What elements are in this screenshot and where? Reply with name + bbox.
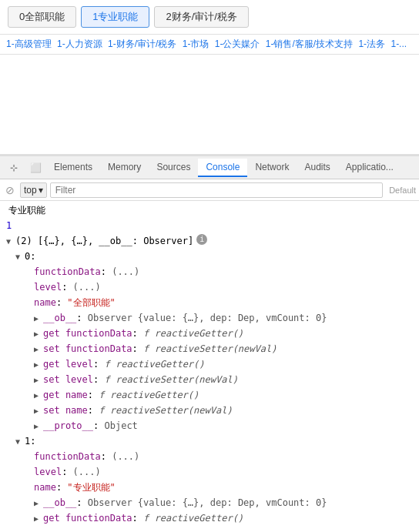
- val-ob-1: Observer {value: {…}, dep: Dep, vmCount:…: [88, 496, 327, 510]
- val-level-0: (...): [73, 280, 101, 294]
- console-line-19[interactable]: __ob__: Observer {value: {…}, dep: Dep, …: [0, 495, 419, 510]
- console-line-20[interactable]: get functionData: f reactiveGetter(): [0, 510, 419, 524]
- arrow-get-fd-0[interactable]: [34, 326, 43, 340]
- arrow-set-name-0[interactable]: [34, 403, 43, 417]
- key-functiondata-0: functionData: [34, 265, 101, 279]
- colon-9: :: [132, 342, 143, 356]
- colon-16: :: [101, 450, 112, 463]
- key-set-level-0: set level: [43, 373, 93, 386]
- arrow-1[interactable]: [15, 434, 25, 448]
- devtools-filter-bar: ⊘ top ▾ Default: [0, 179, 419, 201]
- console-line-5: level: (...): [0, 279, 419, 295]
- arrow-set-fd-0[interactable]: [34, 342, 43, 356]
- val-set-fd-0: f reactiveSetter(newVal): [143, 342, 277, 356]
- tab-network[interactable]: Network: [247, 159, 297, 177]
- tab-application[interactable]: Applicatio...: [338, 159, 401, 177]
- devtools-tab-bar: ⊹ ⬜ Elements Memory Sources Console Netw…: [0, 156, 419, 179]
- context-select[interactable]: top ▾: [20, 182, 47, 198]
- info-icon-2[interactable]: i: [196, 234, 207, 245]
- breadcrumb-item-6[interactable]: 1-法务: [358, 38, 385, 49]
- val-get-fd-0: f reactiveGetter(): [143, 326, 243, 340]
- key-level-0: level: [34, 280, 62, 294]
- tab-memory[interactable]: Memory: [100, 159, 149, 177]
- val-name-0: "全部职能": [67, 296, 115, 309]
- console-output[interactable]: 专业职能 1 (2) [{…}, {…}, __ob__: Observer] …: [0, 201, 419, 524]
- key-ob-0: __ob__: [43, 311, 76, 325]
- colon-6: :: [56, 296, 67, 309]
- console-line-15[interactable]: 1:: [0, 433, 419, 449]
- val-set-level-0: f reactiveSetter(newVal): [104, 373, 237, 386]
- btn-all[interactable]: 0全部职能: [8, 6, 76, 28]
- console-group-label-2: (2) [{…}, {…}, __ob__: Observer]: [15, 234, 193, 248]
- val-level-1: (...): [73, 465, 101, 479]
- colon-18: :: [56, 480, 67, 494]
- console-line-8[interactable]: get functionData: f reactiveGetter(): [0, 326, 419, 341]
- val-get-name-0: f reactiveGetter(): [99, 388, 199, 402]
- breadcrumb-item-4[interactable]: 1-公关媒介: [215, 38, 260, 49]
- devtools-panel: ⊹ ⬜ Elements Memory Sources Console Netw…: [0, 155, 419, 524]
- arrow-set-level-0[interactable]: [34, 373, 43, 386]
- key-get-fd-1: get functionData: [43, 511, 132, 524]
- btn-professional[interactable]: 1专业职能: [81, 6, 149, 28]
- console-line-9[interactable]: set functionData: f reactiveSetter(newVa…: [0, 341, 419, 356]
- console-line-7[interactable]: __ob__: Observer {value: {…}, dep: Dep, …: [0, 310, 419, 326]
- colon-14: :: [93, 419, 104, 433]
- console-line-12[interactable]: get name: f reactiveGetter(): [0, 387, 419, 403]
- arrow-ob-0[interactable]: [34, 311, 43, 325]
- breadcrumb-bar: 1-高级管理 1-人力资源 1-财务/审计/税务 1-市场 1-公关媒介 1-销…: [0, 35, 419, 55]
- colon-17: :: [62, 465, 72, 479]
- key-set-fd-0: set functionData: [43, 342, 132, 356]
- breadcrumb-item-0[interactable]: 1-高级管理: [6, 38, 52, 49]
- key-get-level-0: get level: [43, 357, 93, 371]
- console-line-2[interactable]: (2) [{…}, {…}, __ob__: Observer] i: [0, 233, 419, 249]
- arrow-get-fd-1[interactable]: [34, 511, 43, 524]
- btn-finance[interactable]: 2财务/审计/税务: [154, 6, 248, 28]
- breadcrumb-item-1[interactable]: 1-人力资源: [57, 38, 102, 49]
- arrow-get-level-0[interactable]: [34, 357, 43, 371]
- key-name-1: name: [34, 480, 56, 494]
- colon-19: :: [76, 496, 87, 510]
- breadcrumb-item-5[interactable]: 1-销售/客服/技术支持: [266, 38, 353, 49]
- val-ob-0: Observer {value: {…}, dep: Dep, vmCount:…: [88, 311, 327, 325]
- console-line-11[interactable]: set level: f reactiveSetter(newVal): [0, 372, 419, 387]
- console-line-3[interactable]: 0:: [0, 249, 419, 264]
- val-functiondata-0: (...): [112, 265, 139, 279]
- key-get-fd-0: get functionData: [43, 326, 132, 340]
- tab-audits[interactable]: Audits: [297, 159, 337, 177]
- console-line-4: functionData: (...): [0, 264, 419, 279]
- console-line-18: name: "专业职能": [0, 480, 419, 495]
- key-functiondata-1: functionData: [34, 450, 101, 463]
- filter-default-label: Default: [389, 186, 416, 195]
- breadcrumb-item-7[interactable]: 1-...: [391, 38, 407, 49]
- console-line-16: functionData: (...): [0, 449, 419, 464]
- tab-console[interactable]: Console: [198, 159, 247, 177]
- breadcrumb-item-3[interactable]: 1-市场: [183, 38, 210, 49]
- console-number-1: 1: [6, 219, 12, 233]
- console-line-13[interactable]: set name: f reactiveSetter(newVal): [0, 403, 419, 418]
- arrow-ob-1[interactable]: [34, 496, 43, 510]
- val-get-level-0: f reactiveGetter(): [104, 357, 204, 371]
- console-line-10[interactable]: get level: f reactiveGetter(): [0, 356, 419, 372]
- colon-12: :: [88, 388, 99, 402]
- cursor-icon[interactable]: ⊹: [3, 157, 25, 179]
- console-line-14[interactable]: __proto__: Object: [0, 418, 419, 433]
- filter-input[interactable]: [50, 182, 383, 198]
- tab-elements[interactable]: Elements: [46, 159, 100, 177]
- colon-10: :: [93, 357, 104, 371]
- arrow-0[interactable]: [15, 249, 25, 263]
- colon-7: :: [76, 311, 87, 325]
- block-icon[interactable]: ⊘: [3, 183, 17, 197]
- console-line-6: name: "全部职能": [0, 295, 419, 310]
- console-line-0: 专业职能: [0, 202, 419, 218]
- key-ob-1: __ob__: [43, 496, 76, 510]
- colon-11: :: [93, 373, 104, 386]
- device-icon[interactable]: ⬜: [25, 157, 46, 179]
- key-0: 0:: [25, 249, 35, 263]
- arrow-get-name-0[interactable]: [34, 388, 43, 402]
- arrow-proto-0[interactable]: [34, 419, 43, 433]
- val-get-fd-1: f reactiveGetter(): [143, 511, 243, 524]
- arrow-group-2[interactable]: [6, 234, 15, 248]
- breadcrumb-item-2[interactable]: 1-财务/审计/税务: [108, 38, 176, 49]
- key-get-name-0: get name: [43, 388, 88, 402]
- tab-sources[interactable]: Sources: [149, 159, 198, 177]
